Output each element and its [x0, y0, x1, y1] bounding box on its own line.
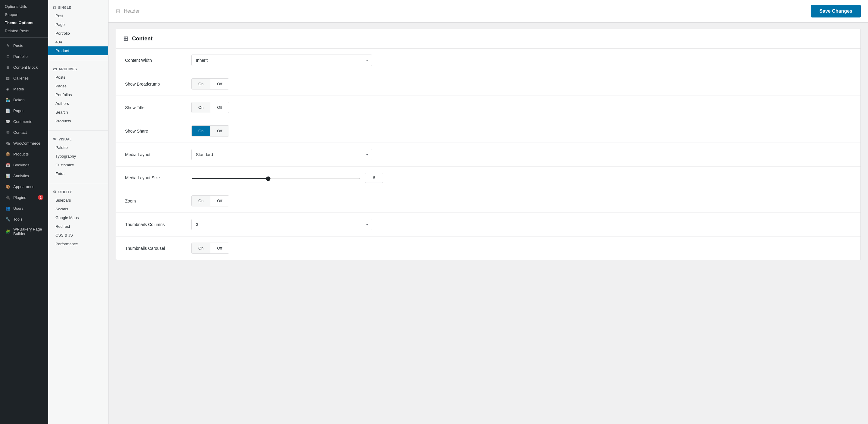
thumbnails-columns-select[interactable]: 1 2 3 4 5 6	[191, 219, 372, 230]
content-width-select[interactable]: Inherit Full Width Boxed	[191, 55, 372, 66]
sidebar-item-comments[interactable]: 💬 Comments	[0, 116, 48, 127]
show-title-toggle: On Off	[191, 102, 229, 113]
portfolio-icon: ⊡	[5, 53, 11, 59]
sidebar-item-woocommerce[interactable]: 🛍 WooCommerce	[0, 138, 48, 149]
media-layout-control: Standard Wide Full	[191, 149, 851, 160]
sidebar-item-plugins[interactable]: 🔌 Plugins 1	[0, 192, 48, 203]
nav-util-socials[interactable]: Socials	[48, 205, 108, 213]
archives-section-label: 🗃 ARCHIVES	[48, 65, 108, 73]
sidebar-item-galleries-label: Galleries	[13, 76, 43, 81]
media-layout-size-label: Media Layout Size	[125, 175, 191, 180]
content-width-control: Inherit Full Width Boxed	[191, 55, 851, 66]
nav-arch-products[interactable]: Products	[48, 117, 108, 125]
nav-vis-typography[interactable]: Typography	[48, 152, 108, 161]
zoom-toggle: On Off	[191, 195, 229, 206]
media-icon: ◈	[5, 86, 11, 92]
sidebar-top-options-utils[interactable]: Options Utils	[0, 2, 48, 10]
nav-divider-3	[48, 183, 108, 183]
show-share-off[interactable]: Off	[210, 126, 229, 136]
sidebar-item-comments-label: Comments	[13, 119, 43, 124]
setting-row-zoom: Zoom On Off	[116, 189, 861, 213]
header-label: Header	[124, 8, 140, 14]
setting-row-content-width: Content Width Inherit Full Width Boxed	[116, 49, 861, 72]
nav-vis-customize[interactable]: Customize	[48, 161, 108, 169]
sidebar-item-contact[interactable]: ✉ Contact	[0, 127, 48, 138]
nav-404[interactable]: 404	[48, 38, 108, 47]
nav-util-googlemaps[interactable]: Google Maps	[48, 213, 108, 222]
sidebar-item-appearance[interactable]: 🎨 Appearance	[0, 181, 48, 192]
nav-arch-posts[interactable]: Posts	[48, 73, 108, 82]
nav-divider-2	[48, 130, 108, 130]
wpbakery-icon: 🧩	[5, 229, 11, 235]
media-layout-size-slider[interactable]	[191, 178, 360, 179]
sidebar-item-media[interactable]: ◈ Media	[0, 84, 48, 94]
sidebar: Options Utils Support Theme Options Rela…	[0, 0, 48, 424]
sidebar-item-bookings[interactable]: 📅 Bookings	[0, 159, 48, 170]
show-title-off[interactable]: Off	[210, 102, 229, 113]
nav-util-redirect[interactable]: Redirect	[48, 222, 108, 231]
show-share-on[interactable]: On	[192, 126, 210, 136]
sidebar-item-portfolio[interactable]: ⊡ Portfolio	[0, 51, 48, 62]
sidebar-item-products[interactable]: 📦 Products	[0, 149, 48, 159]
sidebar-related-posts[interactable]: Related Posts	[0, 27, 48, 35]
nav-product[interactable]: Product	[48, 47, 108, 55]
content-width-select-wrap: Inherit Full Width Boxed	[191, 55, 372, 66]
sidebar-item-content-block[interactable]: ⊞ Content Block	[0, 62, 48, 72]
nav-util-sidebars[interactable]: Sidebars	[48, 196, 108, 205]
sidebar-item-dokan[interactable]: 🏪 Dokan	[0, 94, 48, 105]
sidebar-theme-options[interactable]: Theme Options	[0, 19, 48, 27]
setting-row-thumbnails-carousel: Thumbnails Carousel On Off	[116, 237, 861, 260]
zoom-control: On Off	[191, 195, 851, 206]
nav-arch-authors[interactable]: Authors	[48, 99, 108, 108]
thumbnails-carousel-off[interactable]: Off	[210, 243, 229, 253]
show-breadcrumb-on[interactable]: On	[192, 79, 210, 89]
zoom-off[interactable]: Off	[210, 195, 229, 206]
nav-vis-palette[interactable]: Palette	[48, 143, 108, 152]
nav-util-performance[interactable]: Performance	[48, 240, 108, 248]
sidebar-item-pages[interactable]: 📄 Pages	[0, 105, 48, 116]
single-section-label: ◻ SINGLE	[48, 4, 108, 11]
galleries-icon: ▦	[5, 75, 11, 81]
sidebar-item-users-label: Users	[13, 206, 43, 211]
thumbnails-carousel-on[interactable]: On	[192, 243, 210, 253]
sidebar-item-posts[interactable]: ✎ Posts	[0, 40, 48, 51]
utility-section: ⚙ UTILITY Sidebars Socials Google Maps R…	[48, 184, 108, 252]
zoom-on[interactable]: On	[192, 195, 210, 206]
media-layout-select[interactable]: Standard Wide Full	[191, 149, 372, 160]
utility-icon: ⚙	[53, 190, 57, 194]
users-icon: 👥	[5, 205, 11, 211]
sidebar-item-tools[interactable]: 🔧 Tools	[0, 214, 48, 224]
visual-section: 👁 VISUAL Palette Typography Customize Ex…	[48, 132, 108, 182]
nav-arch-search[interactable]: Search	[48, 108, 108, 117]
show-breadcrumb-off[interactable]: Off	[210, 79, 229, 89]
sidebar-top-support[interactable]: Support	[0, 10, 48, 19]
nav-post[interactable]: Post	[48, 11, 108, 20]
archives-section: 🗃 ARCHIVES Posts Pages Portfolios Author…	[48, 61, 108, 129]
media-layout-size-control: 6	[191, 173, 851, 183]
sidebar-item-wpbakery[interactable]: 🧩 WPBakery Page Builder	[0, 224, 48, 238]
show-share-label: Show Share	[125, 129, 191, 133]
thumbnails-columns-label: Thumbnails Columns	[125, 222, 191, 227]
sidebar-item-analytics[interactable]: 📊 Analytics	[0, 170, 48, 181]
content-card-header: ⊞ Content	[116, 29, 861, 49]
nav-page[interactable]: Page	[48, 20, 108, 29]
sidebar-item-galleries[interactable]: ▦ Galleries	[0, 72, 48, 84]
setting-row-show-share: Show Share On Off	[116, 119, 861, 143]
nav-util-cssjs[interactable]: CSS & JS	[48, 231, 108, 240]
products-icon: 📦	[5, 151, 11, 157]
setting-row-show-breadcrumb: Show Breadcrumb On Off	[116, 72, 861, 96]
sidebar-item-users[interactable]: 👥 Users	[0, 203, 48, 214]
sidebar-top: Options Utils Support Theme Options Rela…	[0, 0, 48, 38]
content-card-icon: ⊞	[123, 35, 128, 42]
content-width-label: Content Width	[125, 58, 191, 63]
media-layout-select-wrap: Standard Wide Full	[191, 149, 372, 160]
visual-section-label: 👁 VISUAL	[48, 135, 108, 143]
show-title-control: On Off	[191, 102, 851, 113]
show-title-on[interactable]: On	[192, 102, 210, 113]
nav-arch-pages[interactable]: Pages	[48, 82, 108, 90]
nav-vis-extra[interactable]: Extra	[48, 169, 108, 178]
save-changes-button[interactable]: Save Changes	[811, 5, 861, 18]
nav-portfolio[interactable]: Portfolio	[48, 29, 108, 38]
nav-arch-portfolios[interactable]: Portfolios	[48, 90, 108, 99]
media-layout-label: Media Layout	[125, 152, 191, 157]
